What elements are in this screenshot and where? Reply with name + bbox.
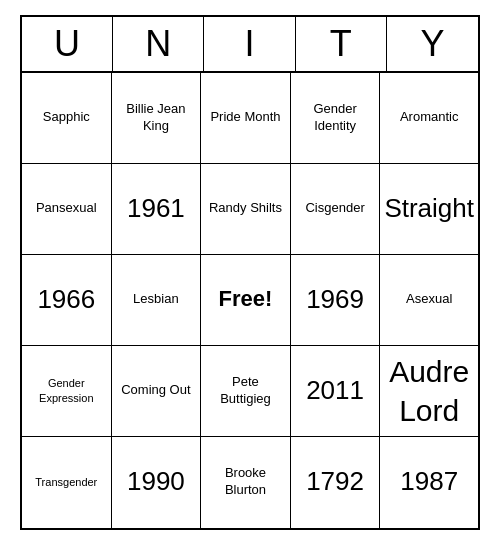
- bingo-cell: Billie Jean King: [112, 73, 202, 164]
- bingo-cell: 1990: [112, 437, 202, 528]
- bingo-cell: Lesbian: [112, 255, 202, 346]
- bingo-cell: Pete Buttigieg: [201, 346, 291, 437]
- bingo-cell: Pride Month: [201, 73, 291, 164]
- bingo-cell: 2011: [291, 346, 381, 437]
- bingo-cell: Gender Expression: [22, 346, 112, 437]
- bingo-cell: Aromantic: [380, 73, 478, 164]
- bingo-cell: Gender Identity: [291, 73, 381, 164]
- header-letter: I: [204, 17, 295, 71]
- bingo-grid: SapphicBillie Jean KingPride MonthGender…: [22, 73, 478, 528]
- header-letter: Y: [387, 17, 478, 71]
- bingo-cell: 1987: [380, 437, 478, 528]
- header-letter: U: [22, 17, 113, 71]
- bingo-cell: 1969: [291, 255, 381, 346]
- header-letter: N: [113, 17, 204, 71]
- bingo-cell: 1792: [291, 437, 381, 528]
- bingo-cell: Audre Lord: [380, 346, 478, 437]
- bingo-cell: Free!: [201, 255, 291, 346]
- bingo-header: UNITY: [22, 17, 478, 73]
- bingo-cell: 1961: [112, 164, 202, 255]
- header-letter: T: [296, 17, 387, 71]
- bingo-cell: 1966: [22, 255, 112, 346]
- bingo-cell: Straight: [380, 164, 478, 255]
- bingo-cell: Coming Out: [112, 346, 202, 437]
- bingo-cell: Randy Shilts: [201, 164, 291, 255]
- bingo-cell: Brooke Blurton: [201, 437, 291, 528]
- bingo-cell: Pansexual: [22, 164, 112, 255]
- bingo-cell: Cisgender: [291, 164, 381, 255]
- bingo-card: UNITY SapphicBillie Jean KingPride Month…: [20, 15, 480, 530]
- bingo-cell: Transgender: [22, 437, 112, 528]
- bingo-cell: Asexual: [380, 255, 478, 346]
- bingo-cell: Sapphic: [22, 73, 112, 164]
